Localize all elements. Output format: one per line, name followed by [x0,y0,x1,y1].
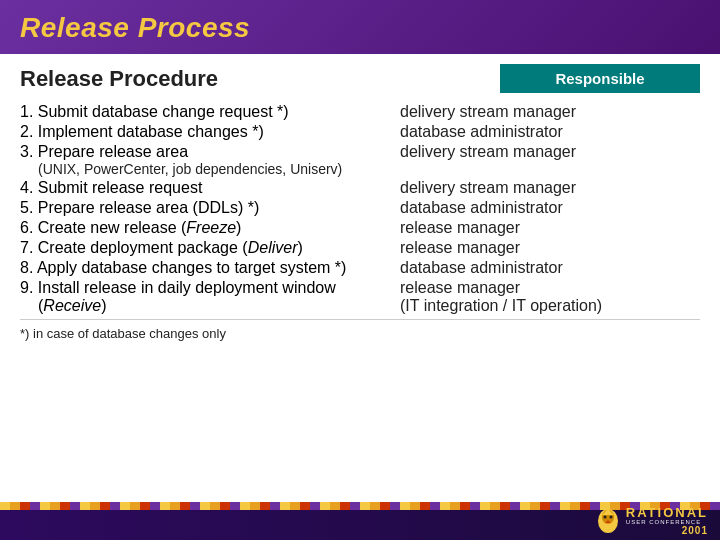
procedure-continuation: (UNIX, PowerCenter, job dependencies, Un… [20,161,700,177]
list-item: 2. Implement database changes *) databas… [20,123,700,141]
responsible-text: release manager [400,239,700,257]
responsible-continuation-text: (IT integration / IT operation) [400,297,700,315]
header: Release Process [0,0,720,54]
responsible-text: delivery stream manager [400,103,700,121]
year-text: 2001 [682,525,708,536]
italic-word: Freeze [186,219,236,236]
responsible-text: release manager [400,219,700,237]
procedure-continuation-text: (Receive) [20,297,400,315]
rational-logo: RATIONAL USER CONFERENCE 2001 [594,506,708,536]
list-item: 5. Prepare release area (DDLs) *) databa… [20,199,700,217]
procedure-text: 2. Implement database changes *) [20,123,400,141]
list-item: 4. Submit release request delivery strea… [20,179,700,197]
list-item: 7. Create deployment package (Deliver) r… [20,239,700,257]
svg-point-3 [603,516,606,519]
procedure-text: 5. Prepare release area (DDLs) *) [20,199,400,217]
list-item: 6. Create new release (Freeze) release m… [20,219,700,237]
svg-point-4 [609,516,612,519]
responsible-text: release manager [400,279,700,297]
footnote: *) in case of database changes only [20,326,700,341]
procedure-text: 3. Prepare release area [20,143,400,161]
footer: RATIONAL USER CONFERENCE 2001 [0,502,720,540]
procedure-text: 4. Submit release request [20,179,400,197]
procedure-title: Release Procedure [20,66,500,92]
procedure-text: 8. Apply database changes to target syst… [20,259,400,277]
list-item: 3. Prepare release area delivery stream … [20,143,700,161]
procedure-text: 6. Create new release (Freeze) [20,219,400,237]
content-header-row: Release Procedure Responsible [20,64,700,93]
procedure-text: 9. Install release in daily deployment w… [20,279,400,297]
rational-logo-text: RATIONAL [626,506,708,519]
list-item: 8. Apply database changes to target syst… [20,259,700,277]
items-list: 1. Submit database change request *) del… [20,103,700,341]
footer-logo-area: RATIONAL USER CONFERENCE 2001 [594,506,708,536]
list-item: 1. Submit database change request *) del… [20,103,700,121]
procedure-text: 1. Submit database change request *) [20,103,400,121]
responsible-text: delivery stream manager [400,143,700,161]
list-item: 9. Install release in daily deployment w… [20,279,700,297]
responsible-text: database administrator [400,199,700,217]
content-area: Release Procedure Responsible 1. Submit … [0,54,720,502]
header-title: Release Process [20,12,700,44]
rational-bird-icon [594,507,622,535]
procedure-text: 7. Create deployment package (Deliver) [20,239,400,257]
responsible-text: database administrator [400,259,700,277]
responsible-text: database administrator [400,123,700,141]
divider [20,319,700,320]
list-item-continuation: (Receive) (IT integration / IT operation… [20,297,700,315]
rational-text-block: RATIONAL USER CONFERENCE 2001 [626,506,708,536]
italic-word: Deliver [248,239,298,256]
italic-word: Receive [43,297,101,314]
responsible-badge: Responsible [500,64,700,93]
responsible-text: delivery stream manager [400,179,700,197]
slide: Release Process Release Procedure Respon… [0,0,720,540]
